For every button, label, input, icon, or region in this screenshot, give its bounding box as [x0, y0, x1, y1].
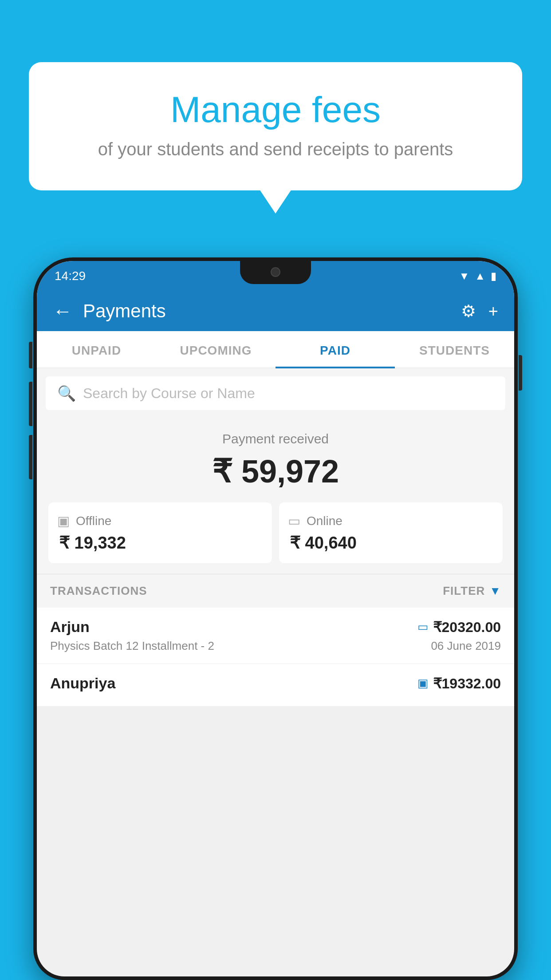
app-bar-actions: ⚙ + — [461, 301, 498, 321]
transaction-row-top: Anupriya ▣ ₹19332.00 — [50, 675, 501, 692]
transaction-row[interactable]: Arjun ▭ ₹20320.00 Physics Batch 12 Insta… — [37, 608, 514, 664]
transactions-header: TRANSACTIONS FILTER ▼ — [37, 574, 514, 608]
status-time: 14:29 — [55, 269, 86, 283]
transaction-row-top: Arjun ▭ ₹20320.00 — [50, 618, 501, 636]
transaction-detail: Physics Batch 12 Installment - 2 — [50, 639, 214, 653]
transaction-row-bottom: Physics Batch 12 Installment - 2 06 June… — [50, 639, 501, 653]
transaction-amount: ₹19332.00 — [433, 675, 501, 692]
phone-screen: 14:29 ▼ ▲ ▮ ← Payments ⚙ + UNPAID UPCOMI… — [37, 261, 514, 976]
battery-icon: ▮ — [491, 270, 496, 282]
search-icon: 🔍 — [57, 384, 76, 402]
filter-wrap[interactable]: FILTER ▼ — [443, 584, 501, 598]
transactions-label: TRANSACTIONS — [50, 584, 147, 598]
tabs-bar: UNPAID UPCOMING PAID STUDENTS — [37, 331, 514, 368]
back-button[interactable]: ← — [53, 300, 72, 322]
card-payment-icon: ▭ — [417, 620, 429, 634]
tab-unpaid[interactable]: UNPAID — [37, 331, 156, 368]
speech-bubble-title: Manage fees — [51, 89, 500, 130]
payment-total-amount: ₹ 59,972 — [46, 453, 505, 490]
offline-icon: ▣ — [57, 513, 70, 529]
add-icon[interactable]: + — [488, 302, 498, 321]
offline-label: Offline — [76, 514, 111, 528]
wifi-icon: ▼ — [459, 270, 469, 282]
offline-amount: ₹ 19,332 — [57, 533, 126, 553]
online-label: Online — [307, 514, 342, 528]
transaction-row[interactable]: Anupriya ▣ ₹19332.00 — [37, 664, 514, 707]
transaction-amount: ₹20320.00 — [433, 619, 501, 636]
transaction-amount-wrap: ▭ ₹20320.00 — [417, 619, 501, 636]
front-camera — [271, 267, 280, 277]
online-amount: ₹ 40,640 — [288, 533, 357, 553]
status-icons: ▼ ▲ ▮ — [459, 270, 496, 282]
payment-received-label: Payment received — [46, 431, 505, 447]
speech-bubble-subtitle: of your students and send receipts to pa… — [51, 139, 500, 159]
online-card: ▭ Online ₹ 40,640 — [279, 502, 503, 563]
app-bar: ← Payments ⚙ + — [37, 291, 514, 331]
power-button — [519, 355, 522, 391]
status-bar: 14:29 ▼ ▲ ▮ — [37, 261, 514, 291]
transaction-date: 06 June 2019 — [431, 639, 501, 653]
payment-summary: Payment received ₹ 59,972 ▣ Offline ₹ 19… — [37, 418, 514, 574]
mute-button — [29, 342, 32, 368]
search-container: 🔍 Search by Course or Name — [37, 368, 514, 418]
filter-icon: ▼ — [489, 584, 501, 598]
online-icon: ▭ — [288, 513, 300, 529]
filter-label: FILTER — [443, 584, 485, 598]
transaction-name: Anupriya — [50, 675, 115, 692]
signal-icon: ▲ — [475, 270, 485, 282]
cash-payment-icon: ▣ — [417, 676, 429, 690]
transaction-amount-wrap: ▣ ₹19332.00 — [417, 675, 501, 692]
offline-card-header: ▣ Offline — [57, 513, 111, 529]
search-bar[interactable]: 🔍 Search by Course or Name — [46, 376, 505, 410]
tab-upcoming[interactable]: UPCOMING — [156, 331, 276, 368]
page-title: Payments — [83, 300, 461, 322]
payment-cards: ▣ Offline ₹ 19,332 ▭ Online ₹ 40,640 — [48, 502, 503, 563]
tab-paid[interactable]: PAID — [276, 331, 395, 368]
notch — [240, 261, 311, 284]
speech-bubble: Manage fees of your students and send re… — [29, 62, 522, 190]
volume-down-button — [29, 435, 32, 479]
offline-card: ▣ Offline ₹ 19,332 — [48, 502, 272, 563]
online-card-header: ▭ Online — [288, 513, 342, 529]
transaction-name: Arjun — [50, 618, 90, 636]
tab-students[interactable]: STUDENTS — [395, 331, 514, 368]
search-input[interactable]: Search by Course or Name — [83, 385, 255, 402]
volume-up-button — [29, 382, 32, 426]
phone-frame: 14:29 ▼ ▲ ▮ ← Payments ⚙ + UNPAID UPCOMI… — [33, 257, 518, 980]
settings-icon[interactable]: ⚙ — [461, 301, 476, 321]
